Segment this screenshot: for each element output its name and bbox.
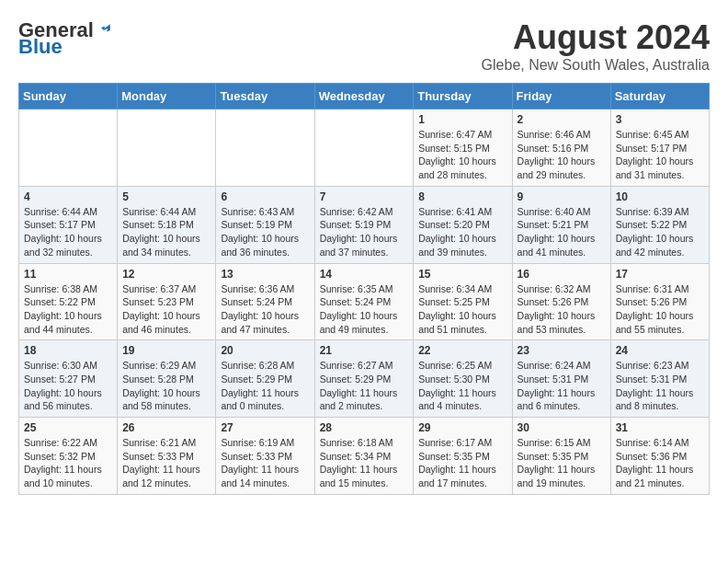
sunrise-text: Sunrise: 6:29 AM [122,360,196,371]
sunset-text: Sunset: 5:24 PM [221,296,292,307]
daylight-text: Daylight: 10 hours and 34 minutes. [122,233,200,258]
day-number: 5 [122,190,210,203]
sunset-text: Sunset: 5:31 PM [616,373,688,385]
daylight-text: Daylight: 10 hours and 53 minutes. [518,310,596,335]
daylight-text: Daylight: 10 hours and 42 minutes. [616,233,694,258]
table-row [314,109,414,187]
sunset-text: Sunset: 5:18 PM [122,219,194,230]
logo: General Blue [18,18,112,59]
daylight-text: Daylight: 11 hours and 17 minutes. [418,464,496,488]
day-number: 26 [122,421,210,434]
table-row: 3 Sunrise: 6:45 AM Sunset: 5:17 PM Dayli… [610,109,709,187]
sunset-text: Sunset: 5:35 PM [518,451,589,462]
day-info: Sunrise: 6:29 AM Sunset: 5:28 PM Dayligh… [122,359,210,413]
daylight-text: Daylight: 10 hours and 37 minutes. [320,233,398,258]
sunrise-text: Sunrise: 6:28 AM [221,360,294,371]
logo-bird-icon [96,22,112,39]
day-info: Sunrise: 6:28 AM Sunset: 5:29 PM Dayligh… [221,359,309,413]
sunset-text: Sunset: 5:21 PM [518,219,589,230]
day-info: Sunrise: 6:25 AM Sunset: 5:30 PM Dayligh… [418,359,506,413]
day-number: 27 [221,421,309,434]
table-row: 27 Sunrise: 6:19 AM Sunset: 5:33 PM Dayl… [216,418,314,495]
day-info: Sunrise: 6:18 AM Sunset: 5:34 PM Dayligh… [320,436,409,490]
table-row: 26 Sunrise: 6:21 AM Sunset: 5:33 PM Dayl… [118,418,216,495]
day-number: 11 [24,268,112,281]
day-number: 24 [616,344,704,357]
day-info: Sunrise: 6:45 AM Sunset: 5:17 PM Dayligh… [616,128,704,182]
table-row: 16 Sunrise: 6:32 AM Sunset: 5:26 PM Dayl… [512,263,610,340]
daylight-text: Daylight: 11 hours and 6 minutes. [518,387,596,412]
day-info: Sunrise: 6:42 AM Sunset: 5:19 PM Dayligh… [320,205,409,259]
day-info: Sunrise: 6:15 AM Sunset: 5:35 PM Dayligh… [518,436,606,490]
day-info: Sunrise: 6:38 AM Sunset: 5:22 PM Dayligh… [24,282,112,337]
daylight-text: Daylight: 10 hours and 55 minutes. [616,310,694,335]
sunrise-text: Sunrise: 6:18 AM [320,437,393,448]
sunset-text: Sunset: 5:26 PM [616,296,688,307]
daylight-text: Daylight: 10 hours and 49 minutes. [320,310,398,335]
sunset-text: Sunset: 5:34 PM [320,451,392,462]
sunrise-text: Sunrise: 6:30 AM [24,360,97,371]
table-row: 25 Sunrise: 6:22 AM Sunset: 5:32 PM Dayl… [19,418,118,495]
day-info: Sunrise: 6:24 AM Sunset: 5:31 PM Dayligh… [518,359,606,413]
daylight-text: Daylight: 10 hours and 31 minutes. [616,155,694,180]
calendar-week-5: 25 Sunrise: 6:22 AM Sunset: 5:32 PM Dayl… [19,418,710,495]
table-row: 11 Sunrise: 6:38 AM Sunset: 5:22 PM Dayl… [19,263,118,340]
day-number: 7 [320,190,409,203]
day-number: 14 [320,268,409,281]
day-number: 22 [418,344,506,357]
table-row: 7 Sunrise: 6:42 AM Sunset: 5:19 PM Dayli… [314,186,414,263]
sunset-text: Sunset: 5:30 PM [418,373,490,385]
calendar-header-row: Sunday Monday Tuesday Wednesday Thursday… [19,84,710,109]
col-saturday: Saturday [610,84,709,109]
table-row: 14 Sunrise: 6:35 AM Sunset: 5:24 PM Dayl… [314,263,414,340]
table-row: 23 Sunrise: 6:24 AM Sunset: 5:31 PM Dayl… [512,340,610,418]
sunset-text: Sunset: 5:36 PM [616,451,688,462]
daylight-text: Daylight: 11 hours and 4 minutes. [418,387,496,412]
logo-blue-text: Blue [18,35,63,59]
sunrise-text: Sunrise: 6:39 AM [616,206,689,217]
table-row: 10 Sunrise: 6:39 AM Sunset: 5:22 PM Dayl… [610,186,709,263]
day-number: 16 [518,268,606,281]
sunrise-text: Sunrise: 6:15 AM [518,437,591,448]
day-info: Sunrise: 6:22 AM Sunset: 5:32 PM Dayligh… [24,436,112,490]
sunrise-text: Sunrise: 6:25 AM [418,360,492,371]
sunrise-text: Sunrise: 6:17 AM [418,437,492,448]
day-info: Sunrise: 6:44 AM Sunset: 5:18 PM Dayligh… [122,205,210,259]
day-number: 19 [122,344,210,357]
sunrise-text: Sunrise: 6:19 AM [221,437,294,448]
daylight-text: Daylight: 11 hours and 10 minutes. [24,464,102,488]
sunset-text: Sunset: 5:16 PM [518,143,589,154]
sunrise-text: Sunrise: 6:23 AM [616,360,689,371]
day-number: 15 [418,268,506,281]
day-info: Sunrise: 6:47 AM Sunset: 5:15 PM Dayligh… [418,128,506,182]
sunrise-text: Sunrise: 6:45 AM [616,129,689,140]
sunset-text: Sunset: 5:31 PM [518,373,589,385]
sunset-text: Sunset: 5:29 PM [320,373,392,385]
sunset-text: Sunset: 5:25 PM [418,296,490,307]
day-number: 1 [418,113,506,126]
calendar-table: Sunday Monday Tuesday Wednesday Thursday… [18,83,710,495]
day-info: Sunrise: 6:30 AM Sunset: 5:27 PM Dayligh… [24,359,112,413]
day-info: Sunrise: 6:40 AM Sunset: 5:21 PM Dayligh… [518,205,606,259]
table-row: 24 Sunrise: 6:23 AM Sunset: 5:31 PM Dayl… [610,340,709,418]
daylight-text: Daylight: 11 hours and 14 minutes. [221,464,299,488]
day-info: Sunrise: 6:36 AM Sunset: 5:24 PM Dayligh… [221,282,309,337]
sunset-text: Sunset: 5:35 PM [418,451,490,462]
col-wednesday: Wednesday [314,84,414,109]
table-row: 17 Sunrise: 6:31 AM Sunset: 5:26 PM Dayl… [610,263,709,340]
sunset-text: Sunset: 5:26 PM [518,296,589,307]
sunrise-text: Sunrise: 6:46 AM [518,129,591,140]
col-thursday: Thursday [414,84,512,109]
sunrise-text: Sunrise: 6:31 AM [616,283,689,294]
day-info: Sunrise: 6:43 AM Sunset: 5:19 PM Dayligh… [221,205,309,259]
sunset-text: Sunset: 5:17 PM [616,143,688,154]
table-row: 30 Sunrise: 6:15 AM Sunset: 5:35 PM Dayl… [512,418,610,495]
daylight-text: Daylight: 10 hours and 41 minutes. [518,233,596,258]
sunset-text: Sunset: 5:29 PM [221,373,292,385]
sunrise-text: Sunrise: 6:21 AM [122,437,196,448]
sunrise-text: Sunrise: 6:40 AM [518,206,591,217]
daylight-text: Daylight: 10 hours and 51 minutes. [418,310,496,335]
daylight-text: Daylight: 10 hours and 46 minutes. [122,310,200,335]
month-year-title: August 2024 [482,18,710,57]
sunrise-text: Sunrise: 6:38 AM [24,283,97,294]
